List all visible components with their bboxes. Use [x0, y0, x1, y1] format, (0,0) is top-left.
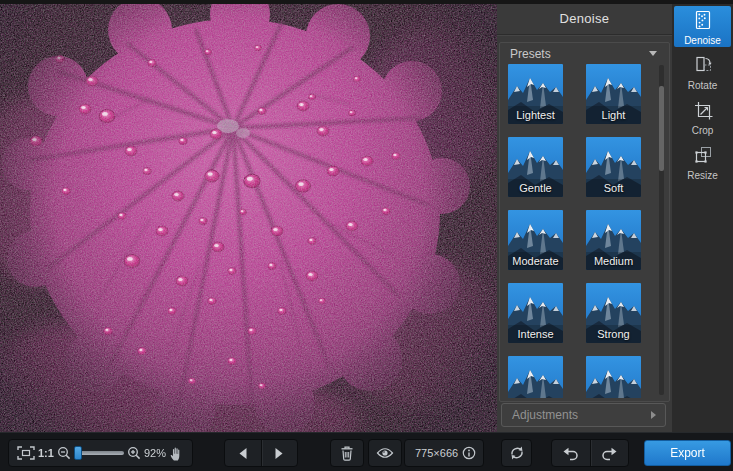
preset-label: Strong	[586, 328, 641, 340]
preset-grid: Lightest Light Gentle Soft Moderate	[508, 64, 648, 398]
preset-thumbnail	[508, 356, 563, 398]
preview-original-button[interactable]	[368, 439, 402, 467]
preset-label: Gentle	[508, 182, 563, 194]
preset-label: Lightest	[508, 109, 563, 121]
fit-screen-icon	[17, 446, 35, 460]
adjustments-expander[interactable]: Adjustments	[501, 403, 666, 427]
chevron-right-icon	[651, 411, 656, 419]
preset-lightest[interactable]: Lightest	[508, 64, 563, 124]
image-dimensions: 775×666	[415, 447, 458, 459]
info-icon	[462, 446, 476, 460]
fit-screen-button[interactable]	[17, 446, 35, 460]
refresh-icon	[509, 445, 525, 461]
preset-soft[interactable]: Soft	[586, 137, 641, 197]
denoise-icon	[693, 9, 713, 31]
navigation-group	[224, 439, 298, 467]
sidebar-tool-crop[interactable]: Crop	[674, 96, 731, 137]
presets-section: Presets Lightest Light Gentle	[499, 42, 670, 402]
zoom-slider[interactable]	[74, 451, 124, 455]
sidebar-tool-resize[interactable]: Resize	[674, 141, 731, 182]
rotate-icon	[693, 54, 713, 76]
undo-icon	[562, 446, 580, 461]
denoise-panel: Denoise Presets Lightest Light Gentle	[497, 4, 672, 432]
sidebar-tool-rotate[interactable]: Rotate	[674, 51, 731, 92]
panel-divider	[497, 34, 672, 35]
crop-icon	[693, 99, 713, 121]
zoom-controls-group: 1:1 92%	[8, 439, 193, 467]
delete-button[interactable]	[330, 439, 364, 467]
preset-medium[interactable]: Medium	[586, 210, 641, 270]
app-window: Denoise Presets Lightest Light Gentle	[0, 0, 733, 471]
zoom-in-button[interactable]	[127, 446, 141, 460]
next-icon	[274, 447, 284, 460]
preset-gentle[interactable]: Gentle	[508, 137, 563, 197]
preset-intense[interactable]: Intense	[508, 283, 563, 343]
next-image-button[interactable]	[262, 440, 298, 466]
adjustments-label: Adjustments	[512, 408, 578, 422]
info-button[interactable]	[462, 446, 476, 460]
actual-size-button[interactable]: 1:1	[38, 447, 54, 459]
preset-partial-2[interactable]	[586, 356, 641, 398]
photo-noisy-leaf	[0, 4, 497, 432]
preset-thumbnail	[586, 356, 641, 398]
eye-icon	[376, 447, 394, 459]
hand-icon	[169, 445, 184, 462]
preset-label: Soft	[586, 182, 641, 194]
scrollbar-thumb[interactable]	[659, 86, 664, 171]
tools-sidebar: Denoise Rotate Crop	[672, 4, 733, 432]
image-size-group: 775×666	[404, 439, 484, 467]
preset-partial-1[interactable]	[508, 356, 563, 398]
zoom-slider-handle[interactable]	[74, 446, 82, 460]
preset-moderate[interactable]: Moderate	[508, 210, 563, 270]
chevron-down-icon	[649, 51, 657, 56]
trash-icon	[340, 445, 354, 461]
export-button[interactable]: Export	[644, 440, 731, 466]
zoom-in-icon	[127, 446, 141, 460]
history-group	[551, 439, 629, 467]
undo-button[interactable]	[552, 440, 590, 466]
redo-button[interactable]	[591, 440, 629, 466]
tool-label: Resize	[674, 170, 731, 181]
redo-icon	[600, 446, 618, 461]
preset-label: Light	[586, 109, 641, 121]
presets-header[interactable]: Presets	[500, 43, 669, 64]
image-canvas[interactable]	[0, 4, 497, 432]
tool-label: Crop	[674, 125, 731, 136]
zoom-out-icon	[57, 446, 71, 460]
tool-label: Rotate	[674, 80, 731, 91]
preset-label: Moderate	[508, 255, 563, 267]
previous-image-button[interactable]	[225, 440, 261, 466]
zoom-out-button[interactable]	[57, 446, 71, 460]
bottom-toolbar: 1:1 92%	[0, 432, 733, 471]
presets-header-label: Presets	[510, 47, 551, 61]
hand-tool-button[interactable]	[169, 445, 184, 462]
preset-label: Medium	[586, 255, 641, 267]
preset-light[interactable]: Light	[586, 64, 641, 124]
zoom-percent: 92%	[144, 447, 166, 459]
resize-icon	[693, 144, 713, 166]
previous-icon	[238, 447, 248, 460]
panel-title: Denoise	[497, 4, 672, 33]
presets-scrollbar[interactable]	[659, 65, 664, 395]
reset-button[interactable]	[501, 439, 532, 467]
preset-label: Intense	[508, 328, 563, 340]
preset-strong[interactable]: Strong	[586, 283, 641, 343]
tool-label: Denoise	[674, 35, 731, 46]
sidebar-tool-denoise[interactable]: Denoise	[674, 6, 731, 47]
